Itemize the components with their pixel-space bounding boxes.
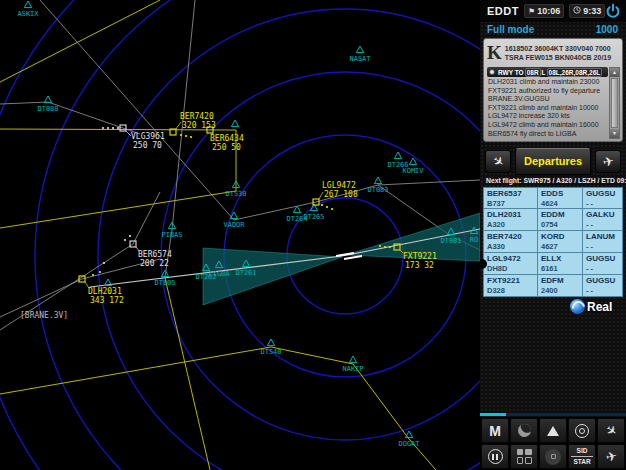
departure-cell: KORD4627 [538,231,583,252]
airway-line-gray [0,259,160,317]
pause-button[interactable] [481,444,509,469]
sid-star-button[interactable]: SID STAR [568,444,596,469]
stop-record-button[interactable] [539,444,567,469]
departure-cell: GUGSU- - [583,275,623,296]
waypoint-label: VADOR [223,221,245,229]
departure-cell: BER6537B737 [483,188,538,208]
departure-cell: FXT9221D328 [483,275,538,296]
departure-row[interactable]: BER7420A330KORD4627LANUM- - [483,231,623,253]
waypoint-label: KOMIV [402,167,424,175]
airway-line-gray [378,180,480,185]
watermark-text: Real [587,300,612,314]
departure-row[interactable]: DLH2031A320EDDM0754GALKU- - [483,209,623,231]
log-message: BER6574 fly direct to LIGBA [488,130,608,139]
waypoint-label: NASAT [349,55,371,63]
departure-cell: EDFM2400 [538,275,583,296]
message-scrollbar[interactable]: ▲ ▼ [609,67,620,139]
departure-cell: LANUM- - [583,231,623,252]
layout-grid-button[interactable] [510,444,538,469]
waypoint-triangle-icon [374,177,381,184]
aircraft-data-line: 320 153 [182,121,216,130]
triangle-icon [547,426,559,436]
range-ring [0,0,480,470]
departure-cell: LGL9472DH8D [483,253,538,274]
aircraft-data-line: 267 108 [324,190,358,199]
departure-cell: EDDM0754 [538,209,583,230]
waypoint-triangle-icon [394,152,401,159]
sim-time: 10:06 [537,6,560,16]
metar-text: 161850Z 36004KT 330V040 7000 TSRA FEW015… [505,41,620,67]
departures-view-button[interactable]: ✈ [597,444,625,469]
range-rings-button[interactable] [568,418,596,443]
tab-departures[interactable]: Departures [515,148,591,175]
aircraft-data-line: 343 172 [90,296,124,305]
history-trail-dot [384,246,386,248]
plane-landing-icon: ✈ [603,422,620,439]
scrollbar-thumb[interactable] [611,78,618,128]
departures-tab-button[interactable]: ✈ [595,150,621,173]
control-panel: EDDT ⚑ 10:06 9:33 Full mode 1000 [480,0,626,470]
crescent-icon [516,422,533,439]
arrivals-view-button[interactable]: ✈ [597,418,625,443]
departures-tab-label: Departures [524,155,582,167]
waypoint-label: DT083 [367,186,388,194]
watermark-swirl-icon [570,299,585,314]
runway-config-bar[interactable]: RWY TO 08R L 08L,26R,08R,26L [487,67,608,77]
departure-cell: GALKU- - [583,209,623,230]
star-label: STAR [573,458,590,466]
departure-row[interactable]: FXT9221D328EDFM2400GUGSU- - [483,275,623,297]
radar-display[interactable]: ASKIXDT088NASATDT530VADORDT266KOMIVDT083… [0,0,480,470]
waypoint-triangle-icon [356,46,363,53]
sim-time-badge: ⚑ 10:06 [524,4,564,18]
log-message: BRANE.3V.GUGSU [488,95,608,104]
history-trail-dot [379,245,381,247]
runway-config-icon [489,69,495,75]
metar-row: K 161850Z 36004KT 330V040 7000 TSRA FEW0… [487,41,620,67]
departure-cell: DLH2031A320 [483,209,538,230]
departure-cell: GUGSU- - [583,188,623,208]
metar-letter: K [487,41,502,67]
heading-tool-button[interactable] [510,418,538,443]
arrivals-tab-button[interactable]: ✈ [485,150,511,173]
toolbar-button-grid: M ✈ SID [480,417,626,470]
log-message: FXT9221 climb and maintain 10000 [488,104,608,113]
history-trail-dot [180,134,182,136]
departures-table: BER6537B737EDDS4624GUGSU- -DLH2031A320ED… [483,187,623,297]
waypoint-label: DT081 [440,237,461,245]
map-mode-button[interactable]: M [481,418,509,443]
history-trail-dot [107,127,109,129]
progress-bar [480,413,626,416]
history-trail-dot [326,206,328,208]
radar-canvas[interactable]: ASKIXDT088NASATDT530VADORDT266KOMIVDT083… [0,0,480,470]
waypoint-label: RO [470,236,478,244]
departure-row[interactable]: BER6537B737EDDS4624GUGSU- - [483,187,623,209]
departure-row[interactable]: LGL9472DH8DELLX6161GUGSU- - [483,253,623,275]
sid-label: SID [577,447,588,455]
power-button[interactable] [605,2,621,20]
waypoint-label: DT261 [235,269,256,277]
rwy-l-label: L [542,69,546,76]
plane-takeoff-icon: ✈ [604,449,618,464]
rwy-takeoff: 08R [525,68,541,77]
scroll-up-icon[interactable]: ▲ [610,68,619,77]
clock-badge: 9:33 [569,4,605,18]
log-message: LGL9472 climb and maintain 16000 [488,121,608,130]
watermark-logo: Real [570,299,612,314]
procedure-label: [BRANE.3V] [20,311,68,320]
scroll-down-icon[interactable]: ▼ [610,129,619,138]
mode-row: Full mode 1000 [480,22,626,36]
waypoint-label: DT540 [260,348,281,356]
info-box: K 161850Z 36004KT 330V040 7000 TSRA FEW0… [483,38,623,142]
history-trail-dot [331,208,333,210]
history-trail-dot [185,135,187,137]
history-trail-dot [103,262,105,264]
log-message: DLH2031 climb and maintain 23000 [488,78,608,87]
history-trail-dot [117,127,119,129]
history-trail-dot [129,235,131,237]
altitude-filter-value: 1000 [596,24,618,35]
airway-line-yellow [0,347,436,470]
waypoint-display-button[interactable] [539,418,567,443]
log-message: LGL9472 increase 320 kts [488,112,608,121]
range-ring [0,0,480,470]
departure-cell: GUGSU- - [583,253,623,274]
